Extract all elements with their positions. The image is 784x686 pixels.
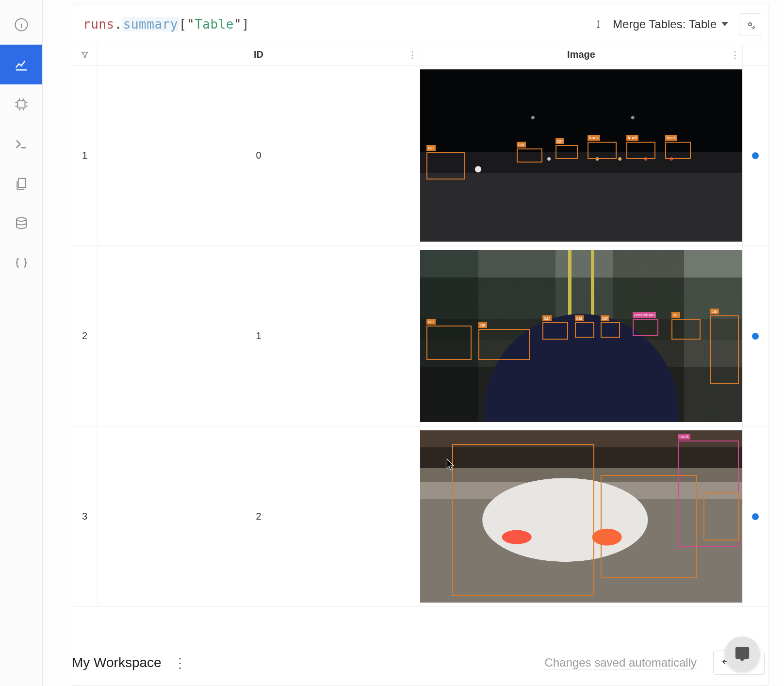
files-icon[interactable] [0, 164, 42, 204]
table-header: ID ⋮ Image ⋮ [72, 44, 768, 65]
charts-icon[interactable] [0, 45, 42, 84]
cell-image[interactable]: car car car truck truck truck [420, 65, 743, 245]
cell-image[interactable]: truck [420, 426, 743, 606]
filter-button[interactable] [72, 44, 98, 65]
svg-rect-2 [18, 179, 25, 188]
query-method: summary [122, 17, 179, 32]
table-row: 2 1 car car car car car [72, 246, 768, 426]
column-header-id[interactable]: ID ⋮ [98, 44, 420, 65]
workspace-menu-button[interactable]: ⋮ [169, 653, 191, 673]
query-object: runs [83, 17, 114, 32]
merge-tables-dropdown[interactable]: Merge Tables: Table [608, 17, 733, 31]
save-status: Changes saved automatically [544, 656, 697, 670]
row-status[interactable] [743, 426, 768, 606]
table: ID ⋮ Image ⋮ 1 0 [72, 44, 768, 686]
cell-id[interactable]: 1 [98, 246, 420, 426]
table-row: 1 0 car car car truck truck truck [72, 65, 768, 246]
status-dot-icon [752, 152, 759, 159]
footer: My Workspace ⋮ Changes saved automatical… [43, 639, 784, 686]
row-index: 2 [72, 246, 98, 426]
svg-point-4 [749, 23, 751, 26]
svg-rect-1 [17, 101, 25, 108]
braces-icon[interactable] [0, 244, 42, 283]
chat-button[interactable] [725, 637, 760, 671]
main-area: runs.summary["Table"] Merge Tables: Tabl… [43, 0, 784, 686]
column-menu-id[interactable]: ⋮ [408, 49, 417, 60]
row-index: 3 [72, 426, 98, 606]
svg-point-3 [16, 218, 26, 222]
column-menu-image[interactable]: ⋮ [731, 49, 739, 60]
database-icon[interactable] [0, 204, 42, 244]
row-index: 1 [72, 65, 98, 245]
terminal-icon[interactable] [0, 124, 42, 164]
status-dot-icon [752, 333, 759, 340]
settings-button[interactable] [739, 13, 761, 35]
image-white-bmw-rear[interactable]: truck [420, 430, 742, 603]
chevron-down-icon [721, 22, 728, 26]
info-icon[interactable] [0, 5, 42, 45]
cell-id[interactable]: 0 [98, 65, 420, 245]
table-body[interactable]: 1 0 car car car truck truck truck [72, 65, 768, 686]
app-root: runs.summary["Table"] Merge Tables: Tabl… [0, 0, 784, 686]
text-cursor-icon[interactable] [588, 15, 608, 34]
cell-id[interactable]: 2 [98, 426, 420, 606]
image-night-highway[interactable]: car car car truck truck truck [420, 69, 742, 242]
query-expression[interactable]: runs.summary["Table"] [83, 17, 249, 32]
column-header-image[interactable]: Image ⋮ [420, 44, 743, 65]
column-header-extra [743, 44, 768, 65]
panel-header: runs.summary["Table"] Merge Tables: Tabl… [72, 4, 768, 44]
table-panel: runs.summary["Table"] Merge Tables: Tabl… [72, 4, 768, 686]
query-key: Table [195, 17, 234, 32]
row-status[interactable] [743, 65, 768, 245]
system-icon[interactable] [0, 84, 42, 124]
table-row: 3 2 truck [72, 426, 768, 607]
row-status[interactable] [743, 246, 768, 426]
merge-label: Merge Tables: Table [613, 17, 717, 31]
image-rainy-city-street[interactable]: car car car car car pedestrian car car [420, 250, 742, 422]
workspace-name[interactable]: My Workspace [72, 655, 162, 670]
cell-image[interactable]: car car car car car pedestrian car car [420, 246, 743, 426]
status-dot-icon [752, 513, 759, 520]
left-rail [0, 0, 43, 686]
